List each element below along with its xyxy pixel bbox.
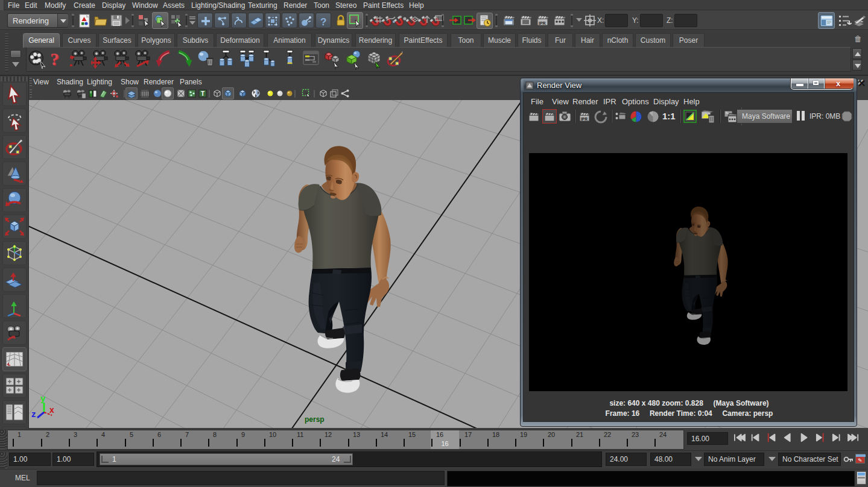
svg-text:x: x — [49, 405, 54, 415]
svg-text:?: ? — [50, 49, 59, 69]
svg-text:z: z — [31, 409, 36, 419]
svg-text:T: T — [201, 90, 204, 97]
svg-text:?: ? — [320, 16, 326, 28]
svg-text:IPR: IPR — [581, 117, 588, 121]
svg-text:y: y — [40, 393, 46, 403]
svg-text:IPR: IPR — [539, 21, 546, 25]
